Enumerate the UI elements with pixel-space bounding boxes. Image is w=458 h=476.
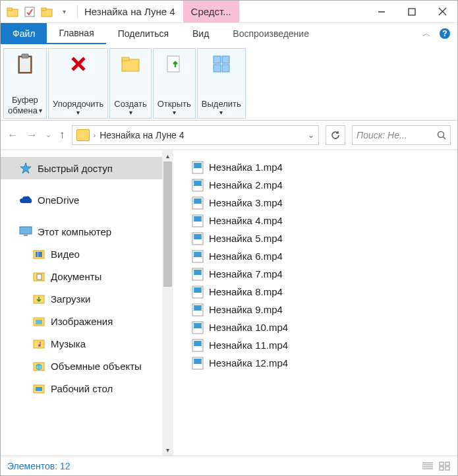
video-file-icon <box>192 232 204 245</box>
sidebar-item-this-pc[interactable]: Этот компьютер <box>1 220 173 243</box>
quick-access-toolbar: ▾ <box>1 1 76 22</box>
svg-rect-84 <box>194 359 202 364</box>
file-item[interactable]: Незнайка 8.mp4 <box>179 283 452 301</box>
file-name: Незнайка 5.mp4 <box>209 233 283 244</box>
file-item[interactable]: Незнайка 12.mp4 <box>179 354 452 372</box>
svg-line-24 <box>444 136 446 139</box>
svg-rect-29 <box>38 252 42 257</box>
properties-icon[interactable] <box>22 4 38 20</box>
folder-icon[interactable] <box>5 4 20 20</box>
breadcrumb[interactable]: › Незнайка на Луне 4 ⌄ <box>72 125 320 145</box>
svg-rect-4 <box>42 8 46 11</box>
svg-rect-56 <box>194 234 202 239</box>
svg-rect-25 <box>20 227 32 234</box>
file-name: Незнайка 6.mp4 <box>209 251 283 262</box>
svg-rect-91 <box>440 462 444 465</box>
svg-rect-1 <box>7 8 12 11</box>
ribbon-select[interactable]: Выделить▾ <box>197 48 246 119</box>
minimize-button[interactable] <box>366 1 397 22</box>
file-item[interactable]: Незнайка 2.mp4 <box>179 176 452 194</box>
file-item[interactable]: Незнайка 9.mp4 <box>179 301 452 318</box>
folder-small-icon[interactable] <box>39 4 55 20</box>
pc-icon <box>19 225 32 237</box>
file-name: Незнайка 2.mp4 <box>209 179 283 191</box>
breadcrumb-dropdown-icon[interactable]: ⌄ <box>308 131 314 140</box>
cloud-icon <box>19 194 32 206</box>
sidebar-item-desktop[interactable]: Рабочий стол <box>1 377 173 400</box>
ribbon-select-label: Выделить▾ <box>202 99 241 116</box>
sidebar-item-music[interactable]: Музыка <box>1 332 173 355</box>
ribbon-create[interactable]: Создать▾ <box>109 48 151 119</box>
file-item[interactable]: Незнайка 5.mp4 <box>179 229 452 247</box>
status-bar: Элементов: 12 <box>1 456 457 475</box>
ribbon-clipboard[interactable]: Буферобмена▾ <box>3 48 47 119</box>
ribbon-organize[interactable]: Упорядочить▾ <box>48 48 108 119</box>
back-button[interactable]: ← <box>7 129 18 142</box>
file-list[interactable]: Незнайка 1.mp4Незнайка 2.mp4Незнайка 3.m… <box>173 150 457 456</box>
sidebar-item-videos[interactable]: Видео <box>1 243 173 265</box>
svg-rect-17 <box>122 57 129 61</box>
collapse-ribbon-icon[interactable]: ︿ <box>422 28 431 40</box>
tab-playback[interactable]: Воспроизведение <box>221 23 321 44</box>
file-item[interactable]: Незнайка 7.mp4 <box>179 265 452 283</box>
breadcrumb-path[interactable]: Незнайка на Луне 4 <box>100 130 184 140</box>
file-item[interactable]: Незнайка 6.mp4 <box>179 247 452 265</box>
status-item-count: Элементов: 12 <box>7 461 71 471</box>
ribbon-create-label: Создать▾ <box>114 99 146 116</box>
ribbon-tabs: Файл Главная Поделиться Вид Воспроизведе… <box>1 23 457 44</box>
sidebar-item-3d-objects[interactable]: Объемные объекты <box>1 355 173 377</box>
sidebar-scrollbar[interactable]: ▴ ▾ <box>162 150 173 456</box>
video-file-icon <box>192 179 204 192</box>
qat-dropdown-icon[interactable]: ▾ <box>56 4 72 20</box>
tab-home[interactable]: Главная <box>47 23 105 44</box>
tab-view[interactable]: Вид <box>181 23 221 44</box>
sidebar-item-documents[interactable]: Документы <box>1 265 173 287</box>
video-file-icon <box>192 303 204 316</box>
details-view-icon[interactable] <box>422 461 434 471</box>
sidebar-item-onedrive[interactable]: OneDrive <box>1 189 173 211</box>
file-name: Незнайка 1.mp4 <box>209 162 283 173</box>
maximize-button[interactable] <box>397 1 427 22</box>
scroll-down-icon[interactable]: ▾ <box>162 444 173 456</box>
up-button[interactable]: ↑ <box>59 129 65 142</box>
video-file-icon <box>192 268 204 281</box>
svg-point-23 <box>438 131 444 137</box>
refresh-button[interactable] <box>326 125 345 145</box>
forward-button[interactable]: → <box>26 129 38 142</box>
svg-rect-6 <box>409 9 415 15</box>
context-tools-tab[interactable]: Средст... <box>183 1 239 22</box>
scroll-thumb[interactable] <box>163 162 172 287</box>
tab-share[interactable]: Поделиться <box>106 23 181 44</box>
sidebar-item-downloads[interactable]: Загрузки <box>1 287 173 310</box>
tab-file[interactable]: Файл <box>1 23 47 44</box>
sidebar-item-pictures[interactable]: Изображения <box>1 310 173 332</box>
video-file-icon <box>192 161 204 174</box>
close-button[interactable] <box>427 1 457 22</box>
recent-dropdown-icon[interactable]: ⌄ <box>45 131 51 139</box>
navigation-bar: ← → ⌄ ↑ › Незнайка на Луне 4 ⌄ Поиск: Не… <box>1 121 457 150</box>
sidebar-item-quick-access[interactable]: Быстрый доступ <box>1 157 173 179</box>
svg-rect-80 <box>194 341 202 346</box>
ribbon-open[interactable]: Открыть▾ <box>153 48 196 119</box>
navigation-pane: Быстрый доступ OneDrive Этот компьютер В… <box>1 150 173 456</box>
large-icons-view-icon[interactable] <box>439 461 451 471</box>
video-folder-icon <box>32 248 45 260</box>
open-icon <box>163 53 185 75</box>
file-name: Незнайка 8.mp4 <box>209 286 283 297</box>
file-item[interactable]: Незнайка 3.mp4 <box>179 194 452 212</box>
file-item[interactable]: Незнайка 1.mp4 <box>179 158 452 176</box>
file-name: Незнайка 9.mp4 <box>209 304 283 315</box>
select-all-icon <box>210 53 233 75</box>
help-icon[interactable]: ? <box>439 28 451 40</box>
search-input[interactable]: Поиск: Не... <box>352 125 451 145</box>
search-icon <box>437 131 446 140</box>
svg-rect-2 <box>25 7 34 16</box>
file-item[interactable]: Незнайка 10.mp4 <box>179 318 452 336</box>
svg-text:?: ? <box>442 29 447 38</box>
window-title: Незнайка на Луне 4 <box>79 1 181 22</box>
file-name: Незнайка 11.mp4 <box>209 340 288 351</box>
scroll-up-icon[interactable]: ▴ <box>162 150 173 162</box>
file-item[interactable]: Незнайка 11.mp4 <box>179 336 452 354</box>
file-item[interactable]: Незнайка 4.mp4 <box>179 212 452 229</box>
chevron-right-icon[interactable]: › <box>94 131 96 139</box>
